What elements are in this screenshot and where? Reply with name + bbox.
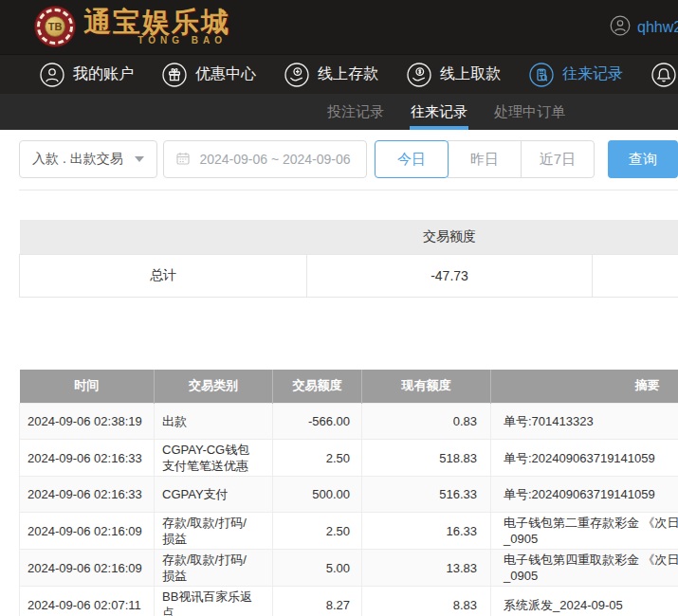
cell-balance: 16.33 <box>362 513 491 550</box>
brand-logo[interactable]: TB 通宝娱乐城 TONG BAO <box>34 6 230 47</box>
date-range-value: 2024-09-06 ~ 2024-09-06 <box>199 152 350 167</box>
filter-bar: 入款 . 出款交易 2024-09-06 ~ 2024-09-06 今日 昨日 … <box>19 140 678 178</box>
cell-summary: 系统派发_2024-09-05 <box>491 587 678 616</box>
username: qhhw2 <box>637 19 678 36</box>
user-icon <box>40 63 64 87</box>
chip-monogram: TB <box>45 16 65 37</box>
cell-amount: 5.00 <box>273 550 362 587</box>
cell-balance: 13.83 <box>362 550 491 587</box>
col-header-summary: 摘要 <box>491 370 678 404</box>
bell-icon <box>651 63 676 87</box>
cell-time: 2024-09-06 02:16:33 <box>20 440 155 477</box>
cell-summary: 单号:202409063719141059 <box>491 440 678 477</box>
date-range-input[interactable]: 2024-09-06 ~ 2024-09-06 <box>163 140 367 178</box>
nav-label: 优惠中心 <box>195 64 256 84</box>
cell-amount: -566.00 <box>273 404 362 440</box>
table-row: 2024-09-06 02:16:33 CGPAY-CG钱包 支付笔笔送优惠 2… <box>20 440 678 477</box>
table-row: 2024-09-06 02:16:09 存款/取款/打码/ 损益 2.50 16… <box>20 513 678 550</box>
records-clipboard-icon <box>529 63 554 87</box>
cell-summary: 电子钱包第四重取款彩金 《次日1 _0905 <box>491 550 678 587</box>
nav-item-withdraw[interactable]: 线上取款 <box>407 63 501 87</box>
summary-total-value: -47.73 <box>307 254 593 297</box>
cell-type: 存款/取款/打码/ 损益 <box>155 513 273 550</box>
user-account[interactable]: qhhw2 <box>610 15 678 40</box>
cell-type: BB视讯百家乐返 点 <box>155 587 273 616</box>
cell-time: 2024-09-06 02:38:19 <box>20 404 155 440</box>
col-header-time: 时间 <box>20 370 155 404</box>
summary-total-row: 总计 -47.73 <box>20 254 678 297</box>
record-tabs: 投注记录 往来记录 处理中订单 <box>0 94 678 130</box>
nav-item-messages[interactable] <box>651 63 676 87</box>
quick-range-group: 今日 昨日 近7日 <box>375 140 595 178</box>
cell-time: 2024-09-06 02:16:33 <box>20 477 155 513</box>
tab-transaction-records[interactable]: 往来记录 <box>411 94 467 130</box>
search-button[interactable]: 查询 <box>608 140 678 178</box>
cell-type: CGPAY支付 <box>155 477 273 513</box>
cell-balance: 518.83 <box>362 440 491 477</box>
gift-icon <box>162 63 187 87</box>
cell-summary: 单号:202409063719141059 <box>491 477 678 513</box>
brand-text: 通宝娱乐城 TONG BAO <box>83 8 230 45</box>
col-header-balance: 现有额度 <box>362 370 491 404</box>
col-header-amount: 交易额度 <box>273 370 362 404</box>
today-button[interactable]: 今日 <box>375 140 449 178</box>
cell-amount: 8.27 <box>273 587 362 616</box>
summary-empty-cell <box>593 254 678 297</box>
cell-balance: 8.83 <box>362 587 491 616</box>
cell-summary: 单号:701413323 <box>491 404 678 440</box>
table-row: 2024-09-06 02:16:09 存款/取款/打码/ 损益 5.00 13… <box>20 550 678 587</box>
tab-pending-orders[interactable]: 处理中订单 <box>494 94 565 130</box>
nav-label: 往来记录 <box>562 64 623 84</box>
poker-chip-icon: TB <box>34 6 76 47</box>
summary-header-row: 交易额度 <box>20 220 678 254</box>
cell-time: 2024-09-06 02:07:11 <box>20 587 155 616</box>
hand-coin-icon <box>284 63 309 87</box>
cell-type: CGPAY-CG钱包 支付笔笔送优惠 <box>155 440 273 477</box>
table-row: 2024-09-06 02:38:19 出款 -566.00 0.83 单号:7… <box>20 404 678 440</box>
summary-header-amount: 交易额度 <box>307 220 593 254</box>
hand-dollar-icon <box>407 63 431 87</box>
nav-label: 我的账户 <box>73 64 134 84</box>
col-header-type: 交易类别 <box>155 370 273 404</box>
cell-type: 出款 <box>155 404 273 440</box>
main-nav: 我的账户 优惠中心 线上存款 <box>0 54 678 94</box>
transaction-type-select[interactable]: 入款 . 出款交易 <box>19 140 157 178</box>
nav-label: 线上取款 <box>440 64 501 84</box>
tab-bet-records[interactable]: 投注记录 <box>327 94 384 130</box>
last7days-button[interactable]: 近7日 <box>521 140 595 178</box>
records-table: 时间 交易类别 交易额度 现有额度 摘要 2024-09-06 02:38:19… <box>19 370 678 616</box>
cell-type: 存款/取款/打码/ 损益 <box>155 550 273 587</box>
brand-subtitle: TONG BAO <box>137 35 230 45</box>
records-header-row: 时间 交易类别 交易额度 现有额度 摘要 <box>20 370 678 404</box>
cell-amount: 2.50 <box>273 440 362 477</box>
user-avatar-icon <box>610 15 631 40</box>
summary-header-empty2 <box>593 220 678 254</box>
top-header: TB 通宝娱乐城 TONG BAO qhhw2 <box>0 0 678 54</box>
nav-item-deposit[interactable]: 线上存款 <box>284 63 378 87</box>
yesterday-button[interactable]: 昨日 <box>448 140 522 178</box>
table-row: 2024-09-06 02:07:11 BB视讯百家乐返 点 8.27 8.83… <box>20 587 678 616</box>
nav-item-my-account[interactable]: 我的账户 <box>40 63 134 87</box>
nav-item-transactions[interactable]: 往来记录 <box>529 63 623 87</box>
nav-item-promotions[interactable]: 优惠中心 <box>162 63 256 87</box>
cell-summary: 电子钱包第二重存款彩金 《次日1 _0905 <box>491 513 678 550</box>
chevron-down-icon <box>135 156 144 162</box>
summary-header-empty <box>20 220 307 254</box>
cell-time: 2024-09-06 02:16:09 <box>20 513 155 550</box>
cell-balance: 0.83 <box>362 404 491 440</box>
transaction-type-value: 入款 . 出款交易 <box>32 151 123 168</box>
cell-balance: 516.33 <box>362 477 491 513</box>
cell-amount: 2.50 <box>273 513 362 550</box>
table-row: 2024-09-06 02:16:33 CGPAY支付 500.00 516.3… <box>20 477 678 513</box>
nav-label: 线上存款 <box>318 64 378 84</box>
divider <box>19 190 678 190</box>
cell-time: 2024-09-06 02:16:09 <box>20 550 155 587</box>
calendar-icon <box>175 151 191 169</box>
brand-title: 通宝娱乐城 <box>83 8 230 38</box>
cell-amount: 500.00 <box>273 477 362 513</box>
summary-total-label: 总计 <box>20 254 307 297</box>
summary-table: 交易额度 总计 -47.73 <box>19 220 678 298</box>
